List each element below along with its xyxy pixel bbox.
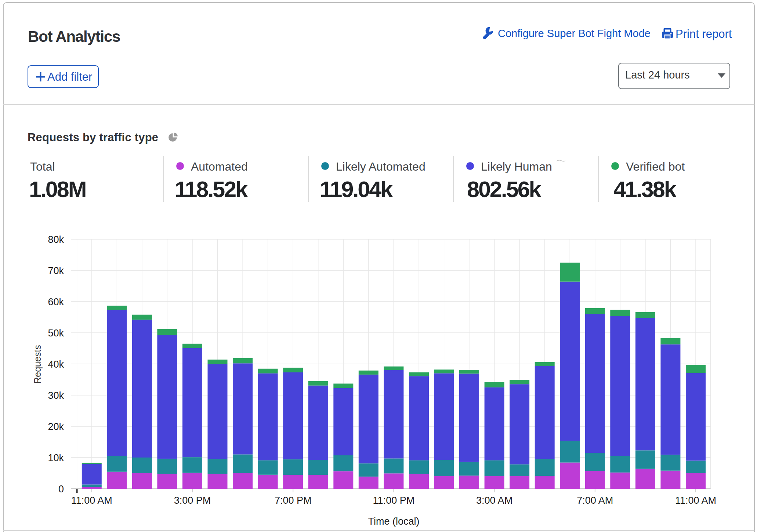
svg-text:7:00 PM: 7:00 PM (275, 495, 312, 506)
svg-text:50k: 50k (48, 328, 64, 339)
svg-text:11:00 AM: 11:00 AM (71, 495, 112, 506)
svg-text:30k: 30k (48, 390, 64, 401)
svg-text:3:00 PM: 3:00 PM (174, 495, 211, 506)
svg-text:Requests: Requests (32, 345, 43, 384)
svg-text:80k: 80k (48, 234, 64, 245)
svg-text:11:00 AM: 11:00 AM (675, 495, 716, 506)
svg-text:60k: 60k (48, 296, 64, 307)
svg-text:0: 0 (58, 484, 64, 495)
svg-text:7:00 AM: 7:00 AM (577, 495, 613, 506)
svg-text:20k: 20k (48, 421, 64, 432)
svg-text:10k: 10k (48, 452, 64, 463)
svg-text:11:00 PM: 11:00 PM (373, 495, 415, 506)
svg-text:Time (local): Time (local) (368, 516, 419, 527)
svg-text:3:00 AM: 3:00 AM (476, 495, 512, 506)
svg-text:40k: 40k (48, 359, 64, 370)
svg-text:70k: 70k (48, 265, 64, 276)
